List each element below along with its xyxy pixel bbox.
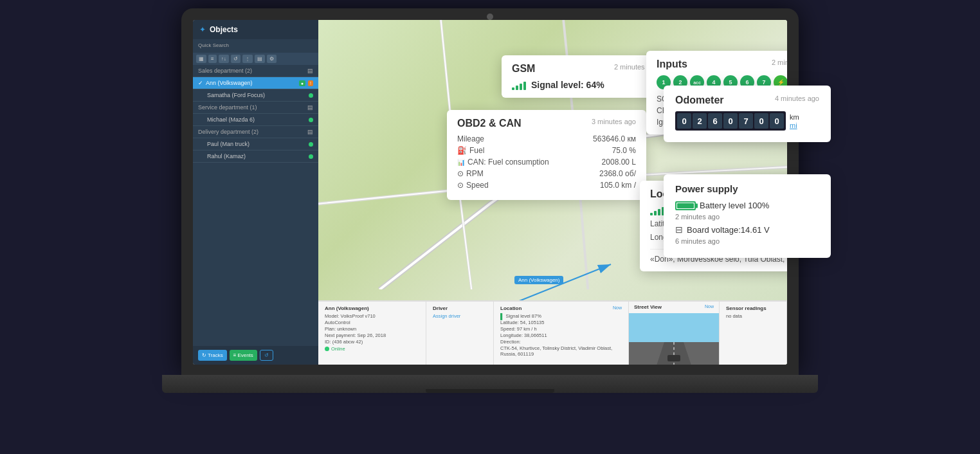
sidebar-group-delivery[interactable]: Delivery department (2) ▤ <box>193 126 318 138</box>
signal-icon: ▌ <box>500 313 504 320</box>
laptop-camera <box>487 14 493 20</box>
speed-icon: ⊙ <box>457 181 464 190</box>
online-dot <box>325 347 329 351</box>
refresh-footer-btn[interactable]: ↺ <box>260 350 273 361</box>
obd2-can-row: 📊 CAN: Fuel consumption 2008.00 L <box>457 158 636 167</box>
bottom-streetview-section: Street View Now Google Terms of Use Repo… <box>629 302 720 365</box>
group-icon: ▤ <box>307 68 313 74</box>
bottom-next-payment: Next payment: Sep 26, 2018 <box>325 332 419 338</box>
status-dot <box>309 142 313 147</box>
bottom-speed: Speed: 97 km / h <box>500 326 622 332</box>
bar-3 <box>658 209 660 215</box>
bar-1 <box>512 87 514 90</box>
odometer-title: Odometer <box>675 95 724 106</box>
sidebar-item-label: Samatha (Ford Focus) <box>207 92 265 98</box>
group-icon: ▤ <box>307 104 313 111</box>
can-value: 2008.00 L <box>602 158 636 167</box>
status-dot <box>309 154 313 159</box>
plug-icon: ⊟ <box>675 224 683 235</box>
bottom-vehicle-section: Ann (Volkswagen) Model: VolksProof v710 … <box>318 302 426 365</box>
street-view-image: Google Terms of Use Report a problem <box>629 313 719 365</box>
odometer-digit-4: 7 <box>739 113 753 129</box>
gsm-signal-label: Signal level: <box>531 80 584 90</box>
sidebar-search-area: Quick Search <box>193 39 318 53</box>
odometer-digit-0: 0 <box>677 113 691 129</box>
sidebar-item-paul[interactable]: Paul (Man truck) <box>193 138 318 150</box>
bottom-driver-section: Driver Assign driver <box>426 302 494 365</box>
bottom-lon: Longitude: 38,066511 <box>500 332 622 338</box>
alert-badge: ! <box>308 80 313 86</box>
bottom-assign-driver[interactable]: Assign driver <box>433 313 487 319</box>
tracks-label: Tracks <box>208 352 223 358</box>
gsm-signal-bars <box>512 80 526 90</box>
group-icon: ▤ <box>307 129 313 135</box>
events-btn[interactable]: ≡ Events <box>230 350 257 361</box>
rpm-label: RPM <box>466 169 484 178</box>
odometer-card: Odometer 4 minutes ago 0 2 6 0 7 0 0 km … <box>664 86 831 142</box>
laptop-base <box>162 375 818 393</box>
view-grid-btn[interactable]: ▦ <box>196 55 206 63</box>
view-list-btn[interactable]: ≡ <box>208 55 217 63</box>
obd2-header: OBD2 & CAN 3 minutes ago <box>457 118 636 129</box>
tracks-btn[interactable]: ↻ Tracks <box>198 350 227 361</box>
bottom-location-section: Location Now ▌ Signal level 87% Latitude… <box>494 302 629 365</box>
bottom-sv-title: Street View <box>634 304 662 310</box>
obd2-fuel-row: ⛽ Fuel 75.0 % <box>457 146 636 155</box>
inputs-title: Inputs <box>657 59 687 70</box>
battery-time: 2 minutes ago <box>675 213 819 221</box>
bottom-sensor-title: Sensor readings <box>726 305 780 311</box>
sidebar-item-ann[interactable]: ✓ Ann (Volkswagen) ● ! <box>193 77 318 89</box>
settings-btn[interactable]: ⋮ <box>242 55 253 63</box>
sidebar-item-michael[interactable]: Michael (Mazda 6) <box>193 114 318 126</box>
fuel-icon: ⛽ <box>457 146 467 155</box>
sidebar-group-service[interactable]: Service department (1) ▤ <box>193 102 318 114</box>
sidebar-group-sales[interactable]: Sales department (2) ▤ <box>193 65 318 77</box>
status-dot <box>309 118 313 122</box>
gsm-signal-text: Signal level: 64% <box>531 80 604 90</box>
bottom-panel: Ann (Volkswagen) Model: VolksProof v710 … <box>318 300 787 365</box>
rpm-icon: ⊙ <box>457 169 464 178</box>
gsm-title: GSM <box>512 63 535 75</box>
can-icon: 📊 <box>457 159 465 166</box>
odometer-digit-2: 6 <box>708 113 722 129</box>
voltage-time: 6 minutes ago <box>675 237 819 245</box>
odometer-mi: mi <box>790 122 799 129</box>
sidebar-nav-icon: ✦ <box>199 25 206 34</box>
bottom-sensor-section: Sensor readings no data <box>720 302 787 365</box>
sidebar-item-rahul[interactable]: Rahul (Kamaz) <box>193 150 318 163</box>
sort-btn[interactable]: ↑↓ <box>219 55 229 63</box>
fuel-row-label: ⛽ Fuel <box>457 146 484 155</box>
bar-3 <box>520 84 522 90</box>
sidebar-item-samatha[interactable]: Samatha (Ford Focus) <box>193 89 318 102</box>
battery-label: Battery level 100% <box>700 201 769 210</box>
battery-row: Battery level 100% <box>675 201 819 210</box>
bottom-lat: Latitude: 54, 105135 <box>500 320 622 325</box>
obd2-popup: OBD2 & CAN 3 minutes ago Mileage 563646.… <box>447 110 646 200</box>
refresh-btn[interactable]: ↺ <box>231 55 240 63</box>
group-label: Delivery department (2) <box>198 129 259 135</box>
bar-1 <box>650 213 653 215</box>
filter-btn[interactable]: ▤ <box>255 55 265 63</box>
power-supply-card: Power supply Battery level 100% 2 minute… <box>664 174 831 258</box>
bottom-sensor-note: no data <box>726 313 780 319</box>
inputs-header: Inputs 2 minutes ago <box>657 59 787 70</box>
bar-2 <box>654 211 657 215</box>
sidebar-list: Sales department (2) ▤ ✓ Ann (Volkswagen… <box>193 65 318 346</box>
events-icon: ≡ <box>233 352 237 358</box>
status-dot <box>309 93 313 98</box>
sidebar-item-label: Michael (Mazda 6) <box>207 116 255 123</box>
map-label-text: Ann (Volkswagen) <box>518 277 559 283</box>
bottom-plan: Plan: unknown <box>325 326 419 332</box>
obd2-mileage-row: Mileage 563646.0 км <box>457 134 636 143</box>
bottom-vehicle-title: Ann (Volkswagen) <box>325 305 419 311</box>
fuel-label: Fuel <box>469 146 484 155</box>
gsm-popup: GSM 2 minutes ago Signal level: <box>502 55 669 98</box>
odometer-digit-3: 0 <box>723 113 738 129</box>
events-label: Events <box>237 352 253 358</box>
bottom-status: Online <box>325 346 419 352</box>
bottom-location-header: Location Now <box>500 305 622 313</box>
tracks-icon: ↻ <box>202 352 206 358</box>
gsm-signal-value: 64% <box>586 80 604 90</box>
more-btn[interactable]: ⚙ <box>267 55 277 63</box>
obd2-rpm-row: ⊙ RPM 2368.0 об/ <box>457 169 636 178</box>
